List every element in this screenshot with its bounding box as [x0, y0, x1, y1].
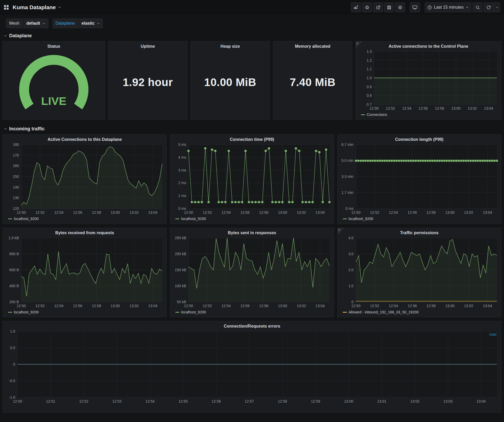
- legend-item[interactable]: localhost_9200: [175, 217, 206, 221]
- y-axis-label: 0.5: [10, 346, 15, 350]
- panel-info-icon[interactable]: i: [338, 228, 344, 235]
- plot-svg: [356, 238, 497, 302]
- template-variables-row: Mesh default Dataplane elastic: [3, 15, 501, 30]
- panel-uptime: Uptime 1.92 hour: [108, 41, 187, 120]
- panel-heap-size: Heap size 10.00 MiB: [191, 41, 270, 120]
- series-line: [188, 148, 329, 202]
- x-axis-label: 12:50: [184, 304, 193, 308]
- x-axis-label: 12:54: [222, 304, 231, 308]
- panel-title[interactable]: Uptime: [108, 41, 187, 49]
- chevron-down-icon: [466, 6, 469, 9]
- x-axis-label: 12:56: [73, 210, 82, 215]
- x-axis-label: 12:50: [17, 304, 26, 308]
- variable-dataplane: Dataplane elastic: [52, 18, 103, 28]
- legend-item[interactable]: localhost_9200: [8, 217, 39, 221]
- x-axis-label: 13:02: [297, 210, 306, 215]
- x-axis-label: 13:00: [278, 304, 287, 308]
- x-axis-label: 12:59: [311, 399, 320, 403]
- variable-dataplane-label: Dataplane: [52, 18, 78, 28]
- x-axis-label: 12:52: [386, 106, 395, 110]
- section-row-incoming-traffic[interactable]: Incoming traffic: [3, 124, 501, 134]
- panel-title[interactable]: Connection length (P99): [338, 135, 501, 142]
- x-axis-label: 12:58: [259, 210, 268, 215]
- settings-button[interactable]: [395, 2, 405, 12]
- x-axis-label: 13:00: [451, 106, 460, 110]
- x-axis-label: 13:04: [476, 399, 486, 403]
- gear-icon: [398, 5, 402, 10]
- refresh-button[interactable]: [484, 2, 494, 12]
- panel-title[interactable]: Active Connections to this Dataplane: [3, 135, 166, 142]
- panel-title[interactable]: Status: [3, 41, 105, 49]
- legend-item[interactable]: localhost_9200: [8, 310, 39, 314]
- y-axis-label: 6.7 min: [342, 142, 354, 147]
- share-button[interactable]: [373, 2, 383, 12]
- x-axis-label: 13:02: [297, 304, 306, 308]
- x-axis-label: 12:54: [389, 210, 398, 215]
- chevron-down-icon: [43, 22, 45, 25]
- memory-allocated-value: 7.40 MiB: [290, 76, 335, 89]
- panel-title[interactable]: Active connections to the Control Plane: [356, 41, 501, 49]
- x-axis-label: 13:00: [445, 210, 454, 215]
- monitor-icon: [412, 5, 417, 10]
- save-button[interactable]: [384, 2, 394, 12]
- y-axis-label: 200 B: [9, 300, 19, 304]
- x-axis-label: 13:00: [445, 304, 454, 308]
- panel-title[interactable]: Memory allocated: [273, 41, 352, 49]
- x-axis-label: 13:02: [464, 304, 473, 308]
- panel-connection-errors: Connection/Requests errors total 1.00.50…: [3, 321, 501, 413]
- chart-cp-connections[interactable]: 1.31.21.11.00.90.80.7 12:5012:5212:5412:…: [356, 49, 501, 111]
- section-title: Incoming traffic: [9, 126, 45, 132]
- panel-title[interactable]: Connection/Requests errors: [3, 321, 501, 329]
- chart-bytes-sent[interactable]: 250 kB200 kB150 kB100 kB50 kB 12:5012:52…: [170, 236, 334, 309]
- panel-title[interactable]: Connection time (P99): [170, 135, 334, 142]
- panel-status: Status LIVE: [3, 41, 105, 120]
- chart-connection-length[interactable]: 6.7 min5.0 min3.3 min1.7 min0 ms 12:5012…: [338, 142, 501, 215]
- y-axis-label: 3.0: [348, 252, 353, 256]
- chart-traffic-permissions[interactable]: 4.03.02.01.00 12:5012:5212:5412:5612:581…: [338, 236, 501, 309]
- dashboard-title[interactable]: Kuma Dataplane: [13, 4, 61, 10]
- panel-bytes-sent: Bytes sent in responses 250 kB200 kB150 …: [170, 228, 334, 317]
- panel-info-icon[interactable]: i: [356, 41, 363, 48]
- chart-bytes-received[interactable]: 1.0 kB800 B600 B400 B200 B 12:5012:5212:…: [3, 236, 166, 309]
- legend-item[interactable]: Allowed - inbound_192_168_33_50_19200: [343, 310, 419, 314]
- chart-active-connections[interactable]: 180170160150140130120 12:5012:5212:5412:…: [3, 142, 166, 215]
- y-axis-label: 800 B: [9, 252, 19, 256]
- chart-legend: localhost_9200: [338, 215, 501, 224]
- legend-item[interactable]: localhost_9200: [175, 310, 206, 314]
- panel-title[interactable]: Bytes received from requests: [3, 228, 166, 236]
- mesh-variable-dropdown[interactable]: default: [23, 18, 48, 28]
- legend-item[interactable]: Connections: [361, 113, 387, 117]
- legend-item[interactable]: localhost_9200: [343, 217, 373, 221]
- panel-title[interactable]: Traffic permissions: [338, 228, 501, 236]
- star-icon: [365, 5, 369, 10]
- x-axis-label: 12:58: [427, 304, 436, 308]
- grafana-menu-icon[interactable]: [4, 5, 9, 10]
- panel-title[interactable]: Heap size: [191, 41, 270, 49]
- refresh-interval-dropdown[interactable]: [494, 2, 500, 12]
- panel-bytes-received: Bytes received from requests 1.0 kB800 B…: [3, 228, 167, 317]
- status-value: LIVE: [41, 94, 66, 107]
- y-axis-label: 2.0: [348, 268, 353, 272]
- panel-connection-time: Connection time (P99) 5 ms4 ms3 ms2 ms1 …: [170, 134, 334, 224]
- tv-mode-button[interactable]: [410, 2, 420, 12]
- panel-title[interactable]: Bytes sent in responses: [170, 228, 334, 236]
- y-axis-label: 5.0 min: [342, 158, 354, 163]
- zoom-out-button[interactable]: [472, 2, 482, 12]
- x-axis-label: 13:02: [464, 210, 473, 215]
- x-axis-label: 12:52: [203, 304, 212, 308]
- clock-icon: [427, 5, 432, 10]
- y-axis-label: 0.9: [367, 85, 372, 89]
- panel-active-connections: Active Connections to this Dataplane 180…: [3, 134, 167, 224]
- chart-connection-time[interactable]: 5 ms4 ms3 ms2 ms1 ms0 ms 12:5012:5212:54…: [170, 142, 334, 215]
- star-button[interactable]: [362, 2, 372, 12]
- x-axis-label: 12:56: [408, 304, 417, 308]
- x-axis-label: 13:04: [484, 106, 493, 110]
- time-picker-button[interactable]: Last 15 minutes: [425, 2, 471, 12]
- y-axis-label: 1.2: [367, 58, 372, 62]
- dataplane-variable-dropdown[interactable]: elastic: [78, 18, 103, 28]
- y-axis-label: 150: [13, 174, 19, 179]
- x-axis-label: 13:02: [129, 210, 139, 215]
- chart-connection-errors[interactable]: 1.00.50-0.5-1.0 12:5012:5112:5212:5312:5…: [3, 329, 501, 404]
- add-panel-button[interactable]: [351, 2, 361, 12]
- section-row-dataplane[interactable]: Dataplane: [3, 30, 501, 41]
